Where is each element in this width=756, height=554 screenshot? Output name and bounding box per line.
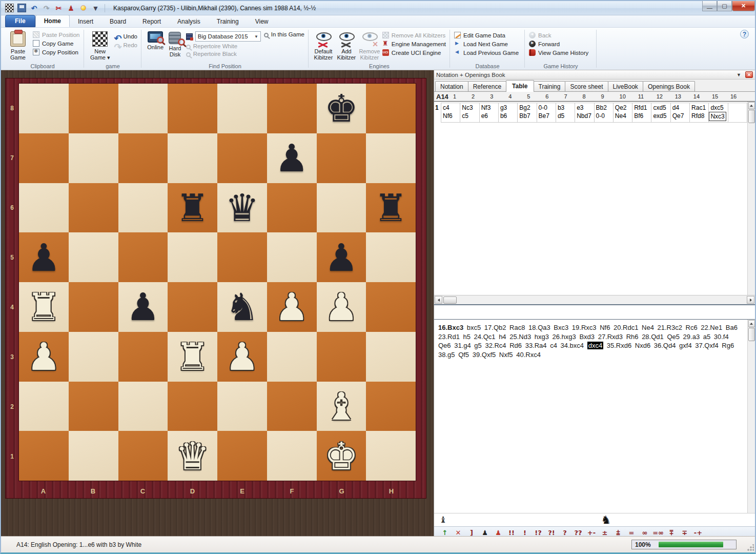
hard-disk-button[interactable]: Hard Disk (167, 30, 183, 57)
square-c6[interactable] (118, 183, 168, 233)
move-cell[interactable]: Qe2Ne4 (613, 103, 632, 123)
square-g3[interactable] (317, 332, 366, 382)
square-h1[interactable] (366, 431, 416, 481)
move-cell[interactable]: g3b6 (498, 103, 518, 123)
move-cell[interactable] (728, 103, 747, 123)
move-cell[interactable]: cxd5exd5 (651, 103, 670, 123)
square-d1[interactable]: ♛ (168, 431, 217, 481)
kibitzer-icon[interactable]: ✂ (54, 4, 63, 12)
square-h6[interactable]: ♜ (366, 183, 416, 233)
square-b3[interactable] (69, 332, 118, 382)
tab-insert[interactable]: Insert (70, 16, 101, 27)
minimize-button[interactable]: — (702, 1, 717, 11)
square-h3[interactable] (366, 332, 416, 382)
white-pawn[interactable]: ♟ (324, 288, 358, 326)
new-game-button[interactable]: New Game ▾ (88, 30, 113, 61)
copy-game-button[interactable]: Copy Game (33, 40, 80, 47)
quick-access-dropdown-icon[interactable]: ▼ (91, 4, 100, 12)
square-d4[interactable] (168, 282, 217, 332)
move-list[interactable]: 16.Bxc3 bxc5 17.Qb2 Rac8 18.Qa3 Bxc3 19.… (434, 320, 747, 513)
table-horizontal-scrollbar[interactable] (434, 295, 755, 304)
scroll-right-arrow[interactable] (747, 296, 754, 304)
tab-file[interactable]: File (5, 15, 35, 27)
square-c1[interactable] (118, 431, 168, 481)
move-cell[interactable]: dxc5Nxc3 (708, 103, 728, 123)
panel-close-icon[interactable]: ✕ (745, 71, 753, 78)
square-h8[interactable] (366, 84, 416, 133)
black-pawn[interactable]: ♟ (27, 239, 60, 276)
online-button[interactable]: Online (145, 30, 166, 50)
panel-tab-livebook[interactable]: LiveBook (608, 81, 643, 91)
paste-game-button[interactable]: Paste Game (5, 30, 31, 61)
square-b6[interactable] (69, 183, 118, 233)
edit-game-data-button[interactable]: Edit Game Data (454, 32, 519, 38)
square-e2[interactable] (217, 382, 267, 431)
red-piece-icon[interactable]: ♟ (67, 4, 75, 12)
square-e6[interactable]: ♛ (217, 183, 267, 233)
selected-move[interactable]: Nxc3 (709, 112, 726, 121)
move-cell[interactable]: Bb20-0 (594, 103, 614, 123)
square-d5[interactable] (168, 232, 217, 282)
quick-undo-icon[interactable]: ↶ (30, 4, 38, 12)
move-cell[interactable]: 0-0Be7 (537, 103, 556, 123)
black-pawn[interactable]: ♟ (275, 139, 309, 177)
square-c7[interactable] (118, 133, 168, 183)
square-a1[interactable] (19, 431, 69, 481)
table-scrollbar[interactable] (747, 102, 755, 295)
square-f1[interactable] (267, 431, 317, 481)
black-knight[interactable]: ♞ (225, 288, 259, 326)
panel-tab-reference[interactable]: Reference (468, 81, 506, 91)
tab-home[interactable]: Home (35, 15, 70, 27)
square-c8[interactable] (118, 84, 168, 133)
square-a8[interactable] (19, 84, 69, 133)
black-king[interactable]: ♚ (324, 89, 358, 127)
tab-view[interactable]: View (247, 16, 277, 27)
white-bishop[interactable]: ♝ (324, 387, 358, 425)
square-e7[interactable] (217, 133, 267, 183)
square-a2[interactable] (19, 382, 69, 431)
resize-grip[interactable] (747, 544, 754, 551)
view-game-history-button[interactable]: View Game History (529, 49, 588, 56)
copy-position-button[interactable]: Copy Position (33, 49, 80, 55)
white-pawn[interactable]: ♟ (225, 338, 259, 375)
notation-scrollbar[interactable] (747, 320, 755, 513)
square-e1[interactable] (217, 431, 267, 481)
square-a5[interactable]: ♟ (19, 232, 69, 282)
square-d7[interactable] (168, 133, 217, 183)
scroll-up-arrow[interactable] (748, 320, 755, 327)
tab-analysis[interactable]: Analysis (169, 16, 209, 27)
black-rook[interactable]: ♜ (374, 189, 407, 227)
square-c3[interactable] (118, 332, 168, 382)
square-e8[interactable] (217, 84, 267, 133)
scroll-thumb[interactable] (748, 110, 755, 123)
square-b1[interactable] (69, 431, 118, 481)
square-b5[interactable] (69, 232, 118, 282)
reference-database-select[interactable]: Big Database 2015▼ (195, 31, 261, 42)
square-e5[interactable] (217, 232, 267, 282)
panel-tab-score-sheet[interactable]: Score sheet (565, 81, 608, 91)
highlighted-move[interactable]: dxc4 (587, 342, 603, 349)
black-pawn[interactable]: ♟ (126, 288, 160, 326)
square-g7[interactable] (317, 133, 366, 183)
square-a6[interactable] (19, 183, 69, 233)
square-e4[interactable]: ♞ (217, 282, 267, 332)
hscroll-thumb[interactable] (443, 296, 457, 304)
square-a3[interactable]: ♟ (19, 332, 69, 382)
square-g6[interactable] (317, 183, 366, 233)
tab-report[interactable]: Report (134, 16, 169, 27)
square-a4[interactable]: ♜ (19, 282, 69, 332)
move-cell[interactable]: Nf3e6 (479, 103, 499, 123)
square-d8[interactable] (168, 84, 217, 133)
undo-button[interactable]: Undo (114, 33, 138, 39)
scroll-thumb[interactable] (748, 328, 755, 341)
square-c2[interactable] (118, 382, 168, 431)
quick-redo-icon[interactable]: ↷ (42, 4, 51, 12)
square-f5[interactable] (267, 232, 317, 282)
square-g5[interactable]: ♟ (317, 232, 366, 282)
scroll-left-arrow[interactable] (435, 296, 442, 304)
square-g2[interactable]: ♝ (317, 382, 366, 431)
square-g4[interactable]: ♟ (317, 282, 366, 332)
default-kibitzer-button[interactable]: Default Kibitzer (312, 30, 335, 61)
white-rook[interactable]: ♜ (175, 338, 209, 375)
square-f8[interactable] (267, 84, 317, 133)
